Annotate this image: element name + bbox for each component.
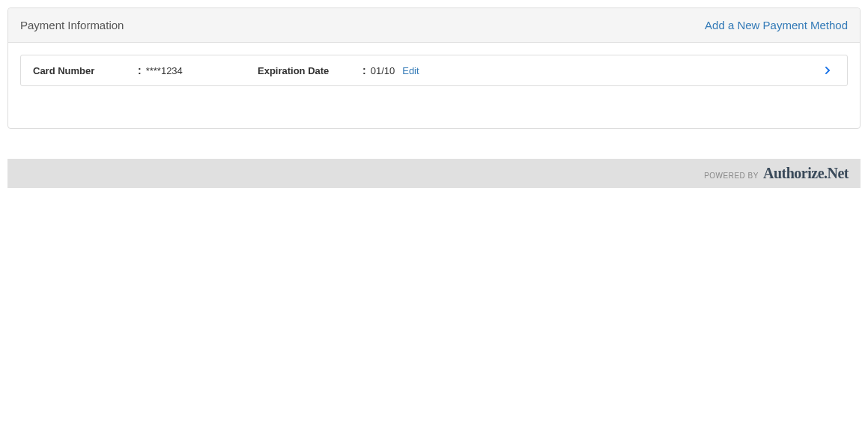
card-number-value: ****1234	[146, 65, 183, 76]
payment-info-panel: Payment Information Add a New Payment Me…	[7, 7, 861, 129]
footer-bar: POWERED BY Authorize.Net	[7, 159, 861, 188]
expand-chevron-button[interactable]	[820, 66, 835, 75]
brand-logo: Authorize.Net	[763, 165, 849, 182]
edit-link[interactable]: Edit	[402, 65, 419, 76]
colon: :	[138, 64, 142, 76]
add-payment-method-link[interactable]: Add a New Payment Method	[705, 19, 848, 31]
panel-title: Payment Information	[20, 19, 124, 31]
spacer	[20, 86, 848, 116]
expiry-label: Expiration Date	[258, 65, 362, 76]
expiry-group: Expiration Date : 01/10 Edit	[258, 64, 419, 76]
card-number-group: Card Number : ****1234	[33, 64, 258, 76]
panel-body: Card Number : ****1234 Expiration Date :…	[8, 43, 860, 128]
colon: :	[362, 64, 366, 76]
card-number-label: Card Number	[33, 65, 138, 76]
powered-by-label: POWERED BY	[704, 172, 759, 180]
payment-method-row: Card Number : ****1234 Expiration Date :…	[20, 55, 848, 86]
panel-header: Payment Information Add a New Payment Me…	[8, 8, 860, 43]
expiry-value: 01/10	[371, 65, 395, 76]
chevron-right-icon	[823, 66, 832, 75]
